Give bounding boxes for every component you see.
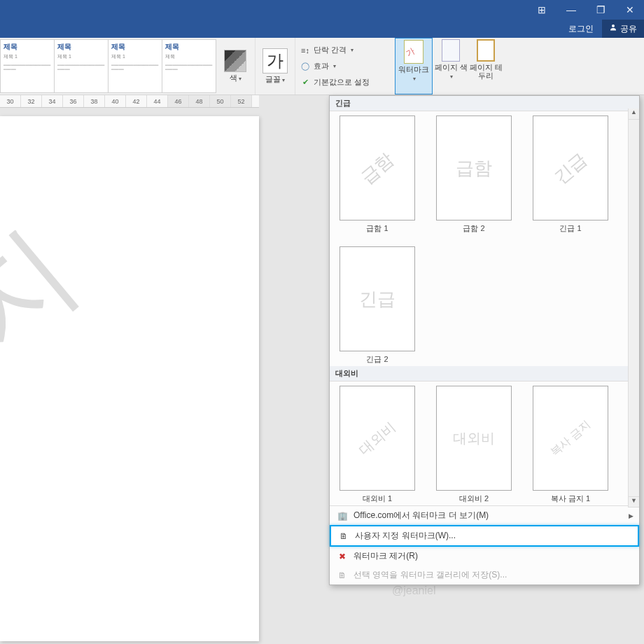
page-color-button[interactable]: 페이지 색▾ <box>433 38 469 94</box>
colors-icon <box>224 50 246 72</box>
watermark-option[interactable]: 대외비 대외비 1 <box>335 386 419 504</box>
restore-icon[interactable]: ❐ <box>592 3 609 17</box>
ribbon: 제목 제목 1 ════════════════════════ 제목 제목 1… <box>0 38 644 95</box>
document-watermark: 금지 <box>0 196 107 456</box>
svg-point-0 <box>612 24 615 27</box>
watermark-option[interactable]: 급함 급함 2 <box>432 115 516 234</box>
effects-button[interactable]: ◯ 효과 ▾ <box>300 59 370 74</box>
watermark-option[interactable]: 긴급 긴급 2 <box>335 246 419 365</box>
check-icon: ✔ <box>300 77 311 88</box>
document-formatting-gallery[interactable]: 제목 제목 1 ════════════════════════ 제목 제목 1… <box>0 38 216 94</box>
ribbon-group: ≡↕ 단락 간격 ▾ ◯ 효과 ▾ ✔ 기본값으로 설정 <box>295 38 374 94</box>
page-color-icon <box>442 39 460 62</box>
chevron-down-icon: ▾ <box>239 76 241 82</box>
watermark-menu: 🏢 Office.com에서 워터마크 더 보기(M) ▶ 🗎 사용자 지정 워… <box>330 505 639 584</box>
horizontal-ruler[interactable]: 30 32 34 36 38 40 42 44 46 48 50 52 <box>0 95 259 108</box>
style-thumb[interactable]: 제목 제목 ════════════════════════ <box>162 39 216 93</box>
document-page[interactable]: 금지 <box>0 116 259 641</box>
close-icon[interactable]: ✕ <box>622 3 638 17</box>
remove-watermark-menu-item[interactable]: ✖ 워터마크 제거(R) <box>330 547 639 566</box>
share-button[interactable]: 공유 <box>602 20 644 38</box>
save-icon: 🗎 <box>337 570 348 581</box>
style-thumb[interactable]: 제목 제목 1 ════════════════════════ <box>108 39 162 93</box>
watermark-dropdown-panel: 긴급 급함 급함 1 급함 급함 2 긴급 긴급 1 긴급 긴급 2 대외비 대… <box>329 95 640 585</box>
chevron-down-icon: ▾ <box>450 74 453 80</box>
account-bar: 로그인 공유 <box>0 20 644 38</box>
watermark-option[interactable]: 대외비 대외비 2 <box>432 386 516 504</box>
ribbon-display-options-icon[interactable]: ⊞ <box>533 3 550 17</box>
watermark-button[interactable]: 가 워터마크▾ <box>395 38 433 94</box>
colors-button[interactable]: 색▾ <box>221 48 249 84</box>
chevron-right-icon: ▶ <box>629 512 634 519</box>
watermark-option[interactable]: 긴급 긴급 1 <box>528 115 612 234</box>
author-credit: @jeaniel <box>392 584 436 597</box>
chevron-down-icon: ▾ <box>413 76 416 82</box>
chevron-down-icon: ▾ <box>282 77 285 83</box>
ribbon-group: 가 글꼴▾ <box>255 38 295 94</box>
page-borders-button[interactable]: 페이지 테두리 <box>469 38 503 94</box>
watermark-gallery: 대외비 대외비 1 대외비 대외비 2 복사 금지 복사 금지 1 <box>330 382 639 505</box>
person-icon <box>609 20 617 38</box>
paragraph-spacing-button[interactable]: ≡↕ 단락 간격 ▾ <box>300 43 370 57</box>
office-icon: 🏢 <box>337 510 348 522</box>
chevron-down-icon: ▾ <box>351 47 354 53</box>
watermark-icon: 가 <box>404 40 424 64</box>
style-thumb[interactable]: 제목 제목 1 ════════════════════════ <box>54 39 108 93</box>
fonts-button[interactable]: 가 글꼴▾ <box>261 47 289 85</box>
style-thumb[interactable]: 제목 제목 1 ════════════════════════ <box>0 39 55 93</box>
paragraph-spacing-icon: ≡↕ <box>300 45 311 56</box>
login-link[interactable]: 로그인 <box>560 20 602 38</box>
remove-icon: ✖ <box>337 551 348 562</box>
gallery-scrollbar[interactable]: ▲ ▼ <box>628 108 639 507</box>
ribbon-group: 색▾ <box>216 38 255 94</box>
save-selection-to-gallery-menu-item: 🗎 선택 영역을 워터마크 갤러리에 저장(S)... <box>330 566 639 584</box>
effects-icon: ◯ <box>300 61 311 72</box>
share-label: 공유 <box>620 20 637 38</box>
fonts-icon: 가 <box>262 48 288 74</box>
set-as-default-button[interactable]: ✔ 기본값으로 설정 <box>300 76 370 90</box>
page-border-icon <box>477 39 495 62</box>
chevron-down-icon: ▾ <box>333 63 336 69</box>
watermark-option[interactable]: 복사 금지 복사 금지 1 <box>528 386 612 504</box>
more-from-office-menu-item[interactable]: 🏢 Office.com에서 워터마크 더 보기(M) ▶ <box>330 506 639 525</box>
document-icon: 🗎 <box>338 531 349 542</box>
title-bar: ⊞ — ❐ ✕ <box>0 0 644 20</box>
watermark-option[interactable]: 급함 급함 1 <box>335 115 419 234</box>
watermark-section-header: 대외비 <box>330 366 639 382</box>
custom-watermark-menu-item[interactable]: 🗎 사용자 지정 워터마크(W)... <box>330 525 639 547</box>
watermark-gallery: 급함 급함 1 급함 급함 2 긴급 긴급 1 긴급 긴급 2 <box>330 111 639 366</box>
minimize-icon[interactable]: — <box>563 3 580 17</box>
watermark-section-header: 긴급 <box>330 96 639 111</box>
scroll-up-icon[interactable]: ▲ <box>629 108 639 120</box>
